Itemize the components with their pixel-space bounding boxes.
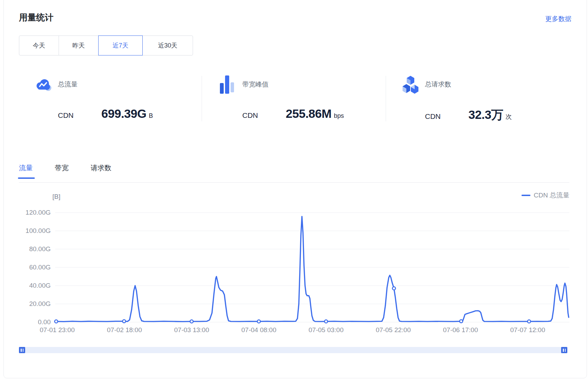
stat-unit: bps	[334, 112, 344, 120]
range-tab-last30days[interactable]: 近30天	[142, 35, 193, 55]
x-axis-label: 07-01 23:00	[40, 326, 74, 334]
data-point-marker	[460, 320, 463, 323]
data-point-marker	[55, 320, 58, 323]
range-tab-last7days[interactable]: 近7天	[98, 35, 143, 55]
stat-card-total-requests: 总请求数 CDN 32.3万 次	[402, 75, 451, 94]
data-point-marker	[190, 320, 193, 323]
stat-divider	[386, 76, 386, 121]
x-axis-label: 07-05 03:00	[308, 326, 343, 334]
stat-unit: 次	[506, 113, 512, 121]
stat-card-peak-bandwidth: 带宽峰值 CDN 255.86M bps	[220, 75, 268, 94]
stat-product: CDN	[425, 112, 468, 121]
stat-product: CDN	[242, 111, 286, 120]
pause-bars-icon	[23, 349, 24, 352]
more-data-link[interactable]: 更多数据	[545, 14, 571, 23]
y-axis-unit-label: [B]	[52, 193, 60, 201]
y-axis-label: 40.00G	[19, 281, 51, 290]
cloud-line-chart-icon	[35, 75, 52, 94]
stat-card-total-traffic: 总流量 CDN 699.39G B	[35, 75, 78, 94]
page-title: 用量统计	[19, 12, 53, 23]
chart-legend[interactable]: CDN 总流量	[521, 191, 569, 200]
stat-divider	[202, 76, 202, 121]
range-tab-yesterday[interactable]: 昨天	[59, 35, 99, 55]
metric-tab-group: 流量 带宽 请求数	[19, 162, 133, 174]
stat-unit: B	[149, 112, 153, 120]
y-axis-label: 100.00G	[19, 227, 51, 235]
pause-bars-icon	[21, 349, 22, 352]
traffic-line-chart[interactable]: 120.00G100.00G80.00G60.00G40.00G20.00G0.…	[55, 213, 569, 322]
legend-line-icon	[521, 195, 530, 196]
y-axis-label: 120.00G	[19, 208, 51, 217]
tabs-divider	[19, 182, 569, 183]
stat-label: 总请求数	[425, 80, 451, 89]
y-axis-label: 80.00G	[19, 245, 51, 253]
traffic-line-series	[55, 216, 569, 321]
range-tab-today[interactable]: 今天	[19, 35, 59, 55]
stat-label: 总流量	[58, 80, 78, 89]
data-point-marker	[257, 320, 261, 323]
data-point-marker	[393, 287, 396, 290]
y-axis-label: 0.00	[19, 318, 51, 326]
x-axis-label: 07-02 18:00	[107, 326, 142, 334]
x-axis-label: 07-04 08:00	[241, 326, 276, 334]
slider-handle-right[interactable]	[561, 347, 567, 353]
active-tab-underline	[18, 177, 35, 179]
x-axis-label: 07-07 12:00	[510, 326, 545, 334]
slider-handle-left[interactable]	[19, 347, 25, 353]
pause-bars-icon	[563, 349, 564, 352]
metric-tab-traffic[interactable]: 流量	[19, 162, 33, 174]
slider-track[interactable]	[19, 347, 567, 353]
usage-statistics-panel: 用量统计 更多数据 今天 昨天 近7天 近30天 总	[0, 0, 588, 379]
stat-value: 255.86M	[286, 107, 332, 121]
range-tab-group: 今天 昨天 近7天 近30天	[19, 35, 193, 55]
metric-tab-bandwidth[interactable]: 带宽	[55, 162, 69, 174]
bar-chart-icon	[220, 75, 236, 94]
data-point-marker	[325, 320, 328, 323]
pause-bars-icon	[565, 349, 566, 352]
chart-canvas[interactable]	[55, 213, 569, 322]
x-axis-label: 07-05 22:00	[376, 326, 410, 334]
stat-value: 32.3万	[468, 107, 503, 123]
stat-product: CDN	[58, 111, 101, 120]
legend-label: CDN 总流量	[534, 191, 569, 200]
data-point-marker	[528, 320, 531, 323]
cubes-icon	[402, 75, 419, 94]
x-axis-label: 07-06 17:00	[443, 326, 478, 334]
stat-value: 699.39G	[101, 107, 146, 121]
y-axis-label: 20.00G	[19, 300, 51, 308]
data-zoom-slider	[19, 347, 567, 353]
stat-label: 带宽峰值	[242, 80, 268, 89]
data-point-marker	[123, 320, 126, 323]
y-axis-label: 60.00G	[19, 263, 51, 272]
x-axis-label: 07-03 13:00	[174, 326, 209, 334]
metric-tab-requests[interactable]: 请求数	[91, 162, 111, 174]
